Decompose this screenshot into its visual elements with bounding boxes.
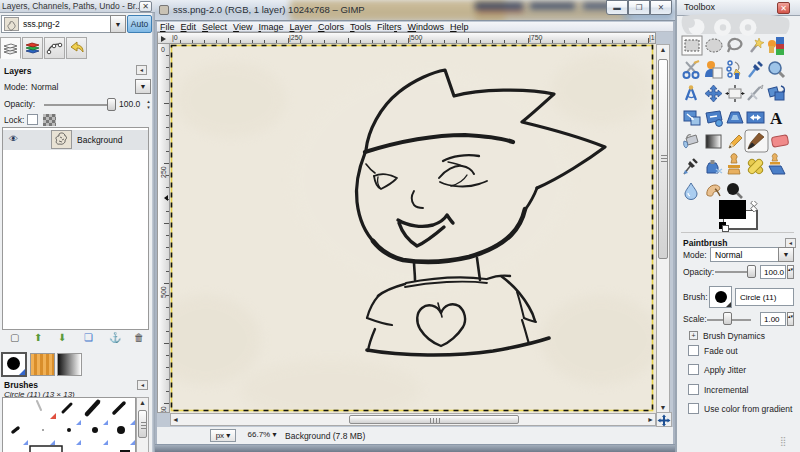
svg-text:A: A	[770, 109, 783, 128]
